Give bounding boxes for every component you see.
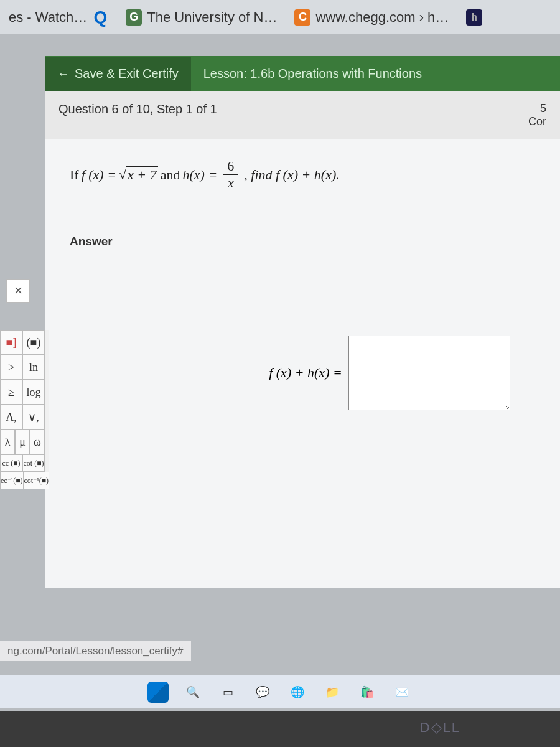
key-lambda[interactable]: λ: [0, 430, 15, 454]
site-icon: h: [466, 9, 482, 26]
monitor-bezel: [0, 711, 560, 747]
tab-label: www.chegg.com › h…: [315, 9, 449, 26]
taskbar-search-icon[interactable]: 🔍: [182, 682, 203, 703]
sqrt-icon: √ x + 7: [119, 166, 158, 183]
question-progress-bar: Question 6 of 10, Step 1 of 1 5 Cor: [45, 91, 560, 139]
task-view-icon[interactable]: ▭: [217, 682, 238, 703]
key-v[interactable]: ∨,: [22, 405, 45, 430]
key-paren[interactable]: (■): [22, 330, 45, 355]
answer-heading: Answer: [70, 235, 535, 248]
status-bar-url: ng.com/Portal/Lesson/lesson_certify#: [0, 641, 191, 661]
tab-h[interactable]: h: [460, 6, 488, 29]
key-a[interactable]: A,: [0, 405, 22, 430]
tab-university[interactable]: G The University of N…: [119, 6, 283, 29]
arrow-left-icon: ←: [57, 67, 70, 81]
math-keypad: ■] (■) > ln ≥ log A, ∨, λ μ ω cc (■) cot…: [0, 330, 49, 489]
tab-label: es - Watch…: [9, 9, 87, 26]
keypad-close-button[interactable]: ✕: [6, 279, 30, 303]
key-cot[interactable]: cot (■): [22, 454, 45, 472]
windows-taskbar: 🔍 ▭ 💬 🌐 📁 🛍️ ✉️: [0, 675, 560, 708]
answer-row: f (x) + h(x) =: [244, 336, 535, 410]
site-icon: G: [126, 9, 142, 26]
key-omega[interactable]: ω: [30, 430, 45, 454]
dell-logo: D◇LL: [420, 720, 460, 736]
key-sec-inv[interactable]: ec⁻¹(■): [0, 472, 24, 489]
search-icon: Q: [92, 9, 108, 26]
lesson-app: ← Save & Exit Certify Lesson: 1.6b Opera…: [45, 56, 560, 588]
key-log[interactable]: log: [22, 380, 45, 405]
question-progress-label: Question 6 of 10, Step 1 of 1: [58, 102, 217, 128]
key-gte[interactable]: ≥: [0, 380, 22, 405]
explorer-icon[interactable]: 📁: [322, 682, 343, 703]
tab-chegg[interactable]: C www.chegg.com › h…: [288, 6, 455, 29]
score-number: 5: [528, 102, 546, 115]
question-content: If f (x) = √ x + 7 and h(x) = 6 x , find…: [45, 139, 560, 588]
lesson-title: Lesson: 1.6b Operations with Functions: [191, 67, 434, 81]
key-mu[interactable]: μ: [15, 430, 30, 454]
answer-input[interactable]: [348, 336, 510, 410]
chegg-icon: C: [294, 9, 310, 26]
mail-icon[interactable]: ✉️: [391, 682, 413, 703]
save-exit-button[interactable]: ← Save & Exit Certify: [45, 57, 191, 91]
browser-tab-strip: es - Watch… Q G The University of N… C w…: [0, 0, 560, 34]
problem-statement: If f (x) = √ x + 7 and h(x) = 6 x , find…: [70, 158, 535, 191]
lesson-header: ← Save & Exit Certify Lesson: 1.6b Opera…: [45, 56, 560, 91]
fraction: 6 x: [223, 158, 238, 191]
key-bracket[interactable]: ■]: [0, 330, 22, 355]
chat-icon[interactable]: 💬: [252, 682, 273, 703]
answer-lhs: f (x) + h(x) =: [269, 365, 342, 381]
key-csc[interactable]: cc (■): [0, 454, 22, 472]
tab-label: The University of N…: [147, 9, 277, 26]
key-gt[interactable]: >: [0, 355, 22, 380]
start-icon[interactable]: [147, 682, 169, 703]
score-area: 5 Cor: [528, 102, 546, 128]
tab-watch[interactable]: es - Watch… Q: [2, 6, 114, 29]
store-icon[interactable]: 🛍️: [357, 682, 378, 703]
key-ln[interactable]: ln: [22, 355, 45, 380]
score-label: Cor: [528, 115, 546, 128]
edge-icon[interactable]: 🌐: [287, 682, 308, 703]
key-cot-inv[interactable]: cot⁻¹(■): [24, 472, 50, 489]
save-exit-label: Save & Exit Certify: [75, 67, 179, 81]
